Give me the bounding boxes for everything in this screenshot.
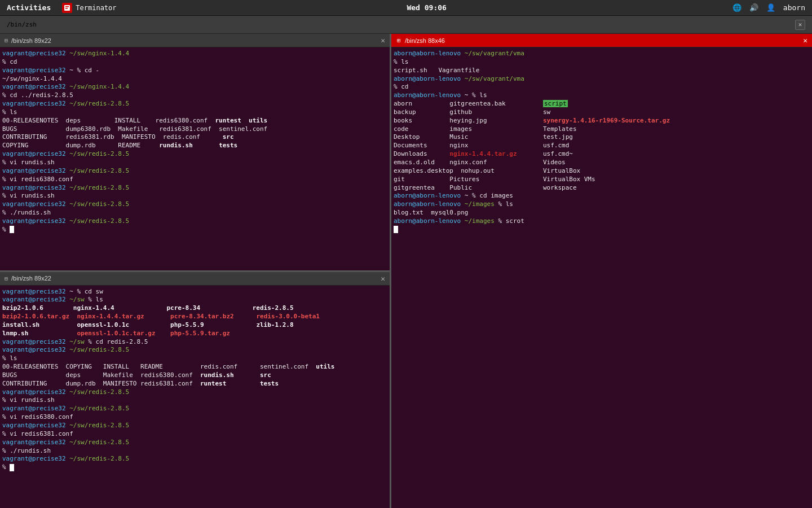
right-grid-icon: ⊞ (396, 37, 401, 44)
window-titlebar: /bin/zsh ✕ (0, 16, 812, 34)
right-content[interactable]: aborn@aborn-lenovo ~/sw/vagrant/vma % ls… (391, 47, 812, 508)
right-titlebar: ⊞ /bin/zsh 88x46 ✕ (391, 34, 812, 47)
left-top-content[interactable]: vagrant@precise32 ~/sw/nginx-1.4.4 % cd … (0, 47, 390, 270)
datetime-display: Wed 09:06 (407, 3, 446, 12)
left-bottom-close-button[interactable]: ✕ (381, 274, 385, 283)
main-window: /bin/zsh ✕ ⊞ /bin/zsh 89x22 ✕ vagrant@pr… (0, 16, 812, 508)
window-close-button[interactable]: ✕ (795, 20, 805, 30)
svg-rect-1 (65, 6, 69, 7)
terminator-icon (62, 3, 72, 13)
window-title: /bin/zsh (7, 21, 37, 28)
volume-icon[interactable]: 🔊 (749, 3, 758, 12)
left-bottom-titlebar: ⊞ /bin/zsh 89x22 ✕ (0, 272, 390, 286)
username-label: aborn (783, 3, 805, 12)
left-pane-group: ⊞ /bin/zsh 89x22 ✕ vagrant@precise32 ~/s… (0, 34, 391, 508)
network-icon[interactable]: 🌐 (732, 3, 742, 12)
left-top-titlebar: ⊞ /bin/zsh 89x22 ✕ (0, 34, 390, 47)
pane-container: ⊞ /bin/zsh 89x22 ✕ vagrant@precise32 ~/s… (0, 34, 812, 508)
topbar-right-icons: 🌐 🔊 👤 aborn (732, 3, 812, 12)
left-top-grid-icon: ⊞ (5, 37, 8, 43)
left-bottom-terminal: ⊞ /bin/zsh 89x22 ✕ vagrant@precise32 ~ %… (0, 272, 390, 509)
left-top-close-button[interactable]: ✕ (381, 36, 385, 45)
activities-label: Activities (7, 3, 51, 12)
right-close-button[interactable]: ✕ (803, 36, 807, 45)
left-top-terminal: ⊞ /bin/zsh 89x22 ✕ vagrant@precise32 ~/s… (0, 34, 390, 272)
right-terminal: ⊞ /bin/zsh 88x46 ✕ aborn@aborn-lenovo ~/… (391, 34, 812, 508)
activities-button[interactable]: Activities (0, 0, 58, 16)
left-top-title: /bin/zsh 89x22 (11, 37, 51, 44)
user-icon[interactable]: 👤 (766, 3, 775, 12)
svg-rect-2 (65, 8, 68, 9)
system-topbar: Activities Terminator Wed 09:06 🌐 🔊 👤 ab… (0, 0, 812, 16)
left-bottom-title: /bin/zsh 89x22 (11, 275, 51, 282)
right-title: /bin/zsh 88x46 (405, 37, 445, 44)
left-bottom-grid-icon: ⊞ (5, 275, 8, 282)
app-title-area: Terminator (58, 3, 121, 13)
app-name-label: Terminator (76, 4, 116, 12)
left-bottom-content[interactable]: vagrant@precise32 ~ % cd sw vagrant@prec… (0, 286, 390, 509)
